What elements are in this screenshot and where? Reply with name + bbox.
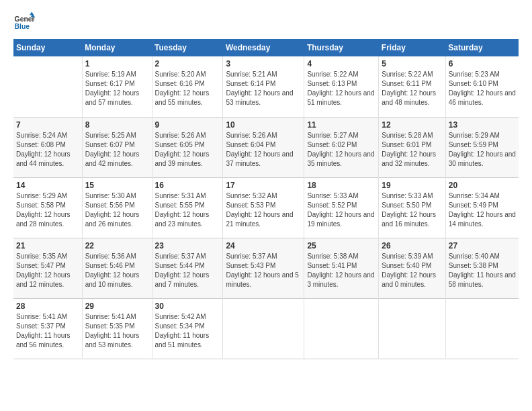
logo-icon: General Blue xyxy=(13,11,35,32)
calendar-cell: 20Sunrise: 5:34 AM Sunset: 5:49 PM Dayli… xyxy=(445,177,519,238)
cell-info: Sunrise: 5:40 AM Sunset: 5:38 PM Dayligh… xyxy=(449,252,516,289)
week-row-5: 28Sunrise: 5:41 AM Sunset: 5:37 PM Dayli… xyxy=(13,298,519,359)
day-number: 29 xyxy=(85,302,149,311)
calendar-cell: 7Sunrise: 5:24 AM Sunset: 6:08 PM Daylig… xyxy=(13,117,82,177)
calendar-cell: 26Sunrise: 5:39 AM Sunset: 5:40 PM Dayli… xyxy=(379,238,445,298)
cell-info: Sunrise: 5:33 AM Sunset: 5:50 PM Dayligh… xyxy=(382,191,442,229)
cell-info: Sunrise: 5:22 AM Sunset: 6:11 PM Dayligh… xyxy=(382,70,442,107)
cell-info: Sunrise: 5:26 AM Sunset: 6:05 PM Dayligh… xyxy=(155,131,220,169)
day-number: 14 xyxy=(16,181,79,190)
day-header-sunday: Sunday xyxy=(13,39,82,56)
day-number: 28 xyxy=(16,302,79,311)
cell-info: Sunrise: 5:37 AM Sunset: 5:43 PM Dayligh… xyxy=(226,252,301,289)
day-number: 30 xyxy=(155,302,220,311)
calendar-cell: 24Sunrise: 5:37 AM Sunset: 5:43 PM Dayli… xyxy=(223,238,304,298)
week-row-1: 1Sunrise: 5:19 AM Sunset: 6:17 PM Daylig… xyxy=(13,56,519,117)
calendar-cell xyxy=(445,298,519,359)
day-number: 7 xyxy=(16,120,79,130)
cell-info: Sunrise: 5:30 AM Sunset: 5:56 PM Dayligh… xyxy=(85,191,149,229)
cell-info: Sunrise: 5:24 AM Sunset: 6:08 PM Dayligh… xyxy=(16,131,79,169)
day-header-saturday: Saturday xyxy=(445,39,519,56)
day-number: 2 xyxy=(155,59,220,68)
day-number: 22 xyxy=(85,241,149,250)
calendar-cell: 11Sunrise: 5:27 AM Sunset: 6:02 PM Dayli… xyxy=(304,117,379,177)
svg-text:Blue: Blue xyxy=(15,23,30,30)
calendar-cell: 16Sunrise: 5:31 AM Sunset: 5:55 PM Dayli… xyxy=(152,177,223,238)
calendar-cell: 4Sunrise: 5:22 AM Sunset: 6:13 PM Daylig… xyxy=(304,56,379,117)
calendar-table: SundayMondayTuesdayWednesdayThursdayFrid… xyxy=(13,39,519,359)
day-number: 6 xyxy=(449,59,516,68)
day-number: 19 xyxy=(382,181,442,190)
day-number: 23 xyxy=(155,241,220,250)
day-number: 4 xyxy=(307,59,375,68)
svg-marker-2 xyxy=(30,12,34,15)
calendar-cell: 25Sunrise: 5:38 AM Sunset: 5:41 PM Dayli… xyxy=(304,238,379,298)
page-header: General Blue xyxy=(13,11,519,32)
day-number: 11 xyxy=(307,120,375,130)
calendar-cell: 14Sunrise: 5:29 AM Sunset: 5:58 PM Dayli… xyxy=(13,177,82,238)
calendar-cell: 19Sunrise: 5:33 AM Sunset: 5:50 PM Dayli… xyxy=(379,177,445,238)
day-number: 16 xyxy=(155,181,220,190)
calendar-cell: 6Sunrise: 5:23 AM Sunset: 6:10 PM Daylig… xyxy=(445,56,519,117)
cell-info: Sunrise: 5:28 AM Sunset: 6:01 PM Dayligh… xyxy=(382,131,442,169)
cell-info: Sunrise: 5:29 AM Sunset: 5:59 PM Dayligh… xyxy=(449,131,516,169)
cell-info: Sunrise: 5:23 AM Sunset: 6:10 PM Dayligh… xyxy=(449,70,516,107)
cell-info: Sunrise: 5:20 AM Sunset: 6:16 PM Dayligh… xyxy=(155,70,220,107)
calendar-cell: 27Sunrise: 5:40 AM Sunset: 5:38 PM Dayli… xyxy=(445,238,519,298)
cell-info: Sunrise: 5:41 AM Sunset: 5:37 PM Dayligh… xyxy=(16,312,79,350)
day-number: 17 xyxy=(226,181,301,190)
day-number: 3 xyxy=(226,59,301,68)
week-row-3: 14Sunrise: 5:29 AM Sunset: 5:58 PM Dayli… xyxy=(13,177,519,238)
week-row-2: 7Sunrise: 5:24 AM Sunset: 6:08 PM Daylig… xyxy=(13,117,519,177)
calendar-cell: 29Sunrise: 5:41 AM Sunset: 5:35 PM Dayli… xyxy=(82,298,152,359)
cell-info: Sunrise: 5:22 AM Sunset: 6:13 PM Dayligh… xyxy=(307,70,375,107)
day-number: 5 xyxy=(382,59,442,68)
calendar-header-row: SundayMondayTuesdayWednesdayThursdayFrid… xyxy=(13,39,519,56)
calendar-cell xyxy=(223,298,304,359)
cell-info: Sunrise: 5:38 AM Sunset: 5:41 PM Dayligh… xyxy=(307,252,375,289)
calendar-cell: 21Sunrise: 5:35 AM Sunset: 5:47 PM Dayli… xyxy=(13,238,82,298)
day-number: 12 xyxy=(382,120,442,130)
cell-info: Sunrise: 5:35 AM Sunset: 5:47 PM Dayligh… xyxy=(16,252,79,289)
day-header-thursday: Thursday xyxy=(304,39,379,56)
calendar-cell: 13Sunrise: 5:29 AM Sunset: 5:59 PM Dayli… xyxy=(445,117,519,177)
day-number: 26 xyxy=(382,241,442,250)
day-header-wednesday: Wednesday xyxy=(223,39,304,56)
calendar-cell xyxy=(379,298,445,359)
cell-info: Sunrise: 5:19 AM Sunset: 6:17 PM Dayligh… xyxy=(85,70,149,107)
cell-info: Sunrise: 5:26 AM Sunset: 6:04 PM Dayligh… xyxy=(226,131,301,169)
day-header-tuesday: Tuesday xyxy=(152,39,223,56)
day-number: 18 xyxy=(307,181,375,190)
day-number: 27 xyxy=(449,241,516,250)
cell-info: Sunrise: 5:27 AM Sunset: 6:02 PM Dayligh… xyxy=(307,131,375,169)
cell-info: Sunrise: 5:31 AM Sunset: 5:55 PM Dayligh… xyxy=(155,191,220,229)
cell-info: Sunrise: 5:33 AM Sunset: 5:52 PM Dayligh… xyxy=(307,191,375,229)
calendar-cell xyxy=(304,298,379,359)
day-number: 8 xyxy=(85,120,149,130)
calendar-cell: 12Sunrise: 5:28 AM Sunset: 6:01 PM Dayli… xyxy=(379,117,445,177)
day-number: 15 xyxy=(85,181,149,190)
day-number: 25 xyxy=(307,241,375,250)
day-number: 20 xyxy=(449,181,516,190)
day-number: 21 xyxy=(16,241,79,250)
calendar-cell: 28Sunrise: 5:41 AM Sunset: 5:37 PM Dayli… xyxy=(13,298,82,359)
cell-info: Sunrise: 5:41 AM Sunset: 5:35 PM Dayligh… xyxy=(85,312,149,350)
calendar-cell: 5Sunrise: 5:22 AM Sunset: 6:11 PM Daylig… xyxy=(379,56,445,117)
calendar-cell: 23Sunrise: 5:37 AM Sunset: 5:44 PM Dayli… xyxy=(152,238,223,298)
day-number: 10 xyxy=(226,120,301,130)
day-number: 1 xyxy=(85,59,149,68)
cell-info: Sunrise: 5:42 AM Sunset: 5:34 PM Dayligh… xyxy=(155,312,220,350)
day-number: 13 xyxy=(449,120,516,130)
cell-info: Sunrise: 5:29 AM Sunset: 5:58 PM Dayligh… xyxy=(16,191,79,229)
logo: General Blue xyxy=(13,11,38,32)
cell-info: Sunrise: 5:37 AM Sunset: 5:44 PM Dayligh… xyxy=(155,252,220,289)
calendar-cell: 15Sunrise: 5:30 AM Sunset: 5:56 PM Dayli… xyxy=(82,177,152,238)
cell-info: Sunrise: 5:34 AM Sunset: 5:49 PM Dayligh… xyxy=(449,191,516,229)
day-number: 9 xyxy=(155,120,220,130)
calendar-cell: 3Sunrise: 5:21 AM Sunset: 6:14 PM Daylig… xyxy=(223,56,304,117)
calendar-cell: 2Sunrise: 5:20 AM Sunset: 6:16 PM Daylig… xyxy=(152,56,223,117)
calendar-cell xyxy=(13,56,82,117)
calendar-cell: 8Sunrise: 5:25 AM Sunset: 6:07 PM Daylig… xyxy=(82,117,152,177)
calendar-cell: 22Sunrise: 5:36 AM Sunset: 5:46 PM Dayli… xyxy=(82,238,152,298)
day-header-monday: Monday xyxy=(82,39,152,56)
